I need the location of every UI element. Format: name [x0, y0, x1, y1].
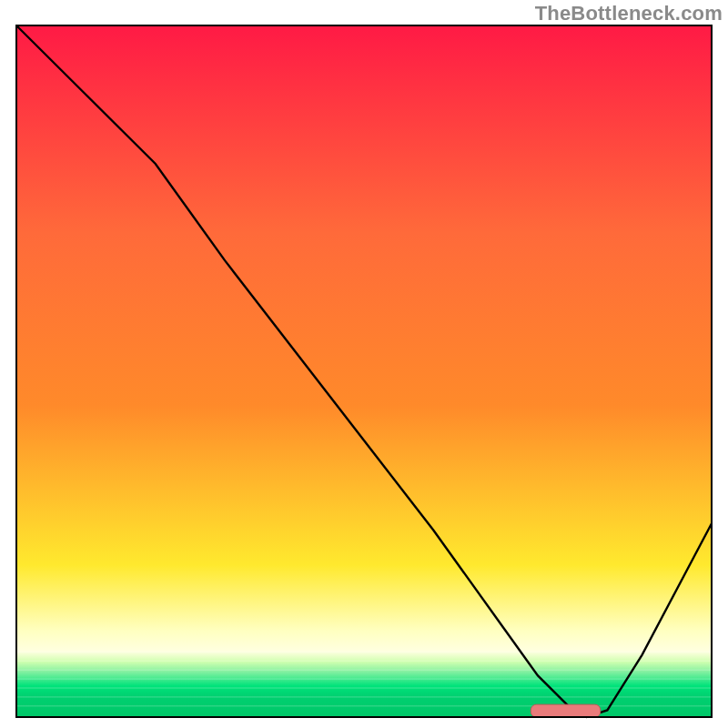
svg-rect-4 [16, 687, 712, 688]
svg-rect-6 [16, 705, 712, 706]
chart-svg [0, 0, 728, 728]
svg-rect-1 [16, 661, 712, 662]
svg-rect-5 [16, 696, 712, 697]
optimal-marker [531, 704, 600, 717]
svg-rect-2 [16, 670, 712, 671]
svg-rect-3 [16, 678, 712, 679]
svg-rect-0 [16, 652, 712, 652]
bottleneck-chart: TheBottleneck.com [0, 0, 728, 728]
watermark-label: TheBottleneck.com [535, 2, 723, 25]
